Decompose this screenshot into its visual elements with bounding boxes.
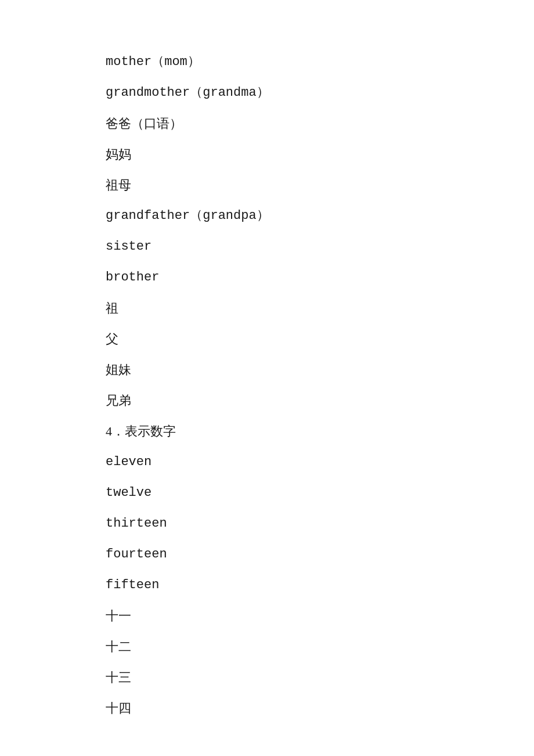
list-item: 姐妹: [106, 354, 534, 385]
list-item: 十一: [106, 600, 534, 631]
list-item: fourteen: [106, 539, 534, 570]
list-item: 爸爸（口语）: [106, 108, 534, 139]
list-item: 父: [106, 323, 534, 354]
list-item: 4．表示数字: [106, 416, 534, 447]
vocabulary-list: mother（mom）grandmother（grandma）爸爸（口语）妈妈祖…: [106, 46, 534, 723]
list-item: grandfather（grandpa）: [106, 200, 534, 231]
list-item: thirteen: [106, 508, 534, 539]
list-item: 十二: [106, 631, 534, 662]
list-item: sister: [106, 231, 534, 262]
list-item: 兄弟: [106, 385, 534, 416]
list-item: 妈妈: [106, 139, 534, 170]
list-item: 祖: [106, 293, 534, 323]
list-item: brother: [106, 262, 534, 293]
list-item: 十四: [106, 693, 534, 723]
list-item: mother（mom）: [106, 46, 534, 77]
list-item: grandmother（grandma）: [106, 77, 534, 108]
list-item: 十三: [106, 662, 534, 693]
list-item: 祖母: [106, 170, 534, 200]
list-item: fifteen: [106, 570, 534, 600]
list-item: eleven: [106, 447, 534, 477]
list-item: twelve: [106, 477, 534, 508]
